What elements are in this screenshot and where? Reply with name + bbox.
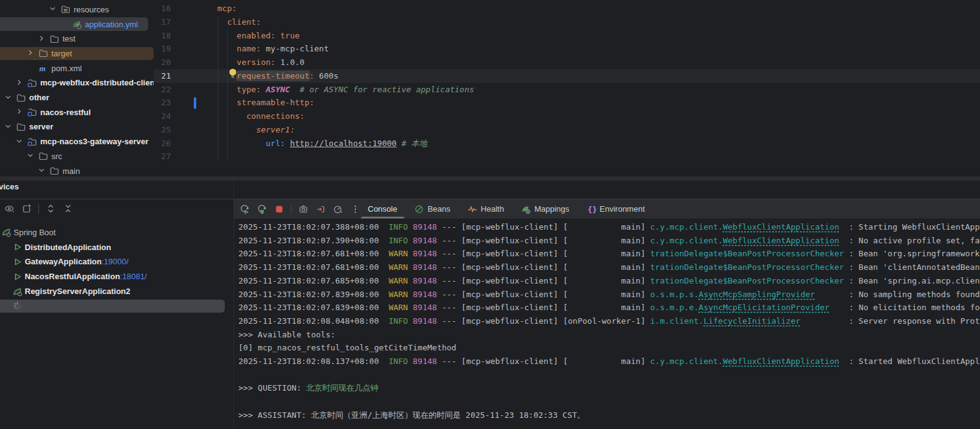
tree-row[interactable]: resources: [0, 2, 154, 17]
expand-all-button[interactable]: [45, 203, 56, 214]
log-token: --- [mcp-webflux-client] [ main]: [437, 276, 650, 285]
chevron-down-icon[interactable]: [37, 166, 47, 176]
log-token: [408, 290, 413, 299]
service-row[interactable]: NacosRestfulApplication :18081/: [0, 269, 234, 284]
code-token: my-mcp-client: [261, 44, 329, 53]
log-token: 北京时间现在几点钟: [306, 383, 379, 392]
logger-class-link[interactable]: AsyncMcpSamplingProvider: [699, 290, 815, 299]
code-line[interactable]: mcp:: [217, 2, 236, 15]
horizontal-splitter[interactable]: [0, 176, 980, 181]
service-row[interactable]: GatewayApplication :19000/: [0, 254, 234, 269]
service-port-link[interactable]: :19000/: [102, 257, 128, 266]
tree-row[interactable]: target: [0, 46, 154, 61]
chevron-down-icon[interactable]: [26, 151, 36, 161]
console-panel: ConsoleBeansHealthMappings{}Environment …: [234, 181, 980, 429]
tree-item-label: mcp-webflux-distributed-clien: [40, 78, 154, 87]
code-line[interactable]: enabled: true: [217, 29, 300, 43]
logger-class-link[interactable]: AsyncMcpElicitationProvider: [699, 303, 830, 312]
logger-class-link[interactable]: LifecycleInitializer: [703, 316, 800, 326]
folder-icon: [38, 48, 48, 58]
chevron-down-icon[interactable]: [4, 122, 14, 132]
service-row[interactable]: WebfluxClientApplication: [0, 299, 234, 314]
gutter-line-number: 20: [154, 56, 171, 69]
detach-button[interactable]: [315, 204, 326, 215]
log-line: 2025-11-23T18:02:07.685+08:00 WARN 89148…: [238, 274, 980, 288]
log-token: Starting WebfluxClientApplication using …: [859, 222, 980, 232]
tab-health[interactable]: Health: [467, 199, 505, 219]
tree-row[interactable]: mpom.xml: [0, 61, 154, 76]
chevron-right-icon[interactable]: [15, 78, 25, 88]
tree-row[interactable]: src: [0, 149, 154, 164]
chevron-down-icon[interactable]: [4, 93, 14, 103]
service-label: NacosRestfulApplication: [25, 272, 120, 281]
logger-class-link[interactable]: WebfluxClientApplication: [723, 236, 839, 245]
log-token: :: [844, 249, 858, 258]
gutter-line-number: 23: [154, 96, 171, 110]
tree-row[interactable]: nacos-restful: [0, 105, 154, 119]
tree-row[interactable]: server: [0, 119, 154, 134]
eye-button[interactable]: [4, 203, 15, 214]
chevron-right-icon[interactable]: [37, 34, 47, 44]
tab-console[interactable]: Console: [368, 199, 397, 219]
tab-mappings[interactable]: Mappings: [521, 199, 569, 219]
tree-row[interactable]: test: [0, 32, 154, 46]
more-button[interactable]: [350, 204, 361, 215]
url-link[interactable]: http://localhost:19000: [290, 139, 396, 148]
tree-row[interactable]: application.yml: [0, 17, 154, 32]
open-new-tab-button[interactable]: [21, 203, 32, 214]
chevron-right-icon[interactable]: [15, 107, 25, 117]
log-token: Server response with Protocol: 2025: [859, 316, 980, 326]
stop-icon: [274, 204, 284, 214]
code-line[interactable]: type: ASYNC # or ASYNC for reactive appl…: [217, 83, 474, 97]
tree-item-label: src: [51, 152, 62, 161]
logger-class-link[interactable]: WebfluxClientApplication: [723, 222, 839, 232]
log-token: --- [mcp-webflux-client] [ main]: [437, 249, 650, 258]
ide-window: resourcesapplication.ymltesttargetmpom.x…: [0, 0, 980, 429]
service-port-link[interactable]: :18081/: [120, 272, 147, 281]
stop-button[interactable]: [274, 204, 285, 215]
rerun-button[interactable]: [239, 204, 250, 215]
intention-bulb-icon[interactable]: [228, 68, 237, 80]
chevron-down-icon[interactable]: [15, 137, 25, 147]
chevron-right-icon[interactable]: [26, 48, 36, 58]
log-token: [379, 249, 389, 258]
spring-boot-icon: [12, 287, 22, 297]
log-token: No elicitation methods found in model: [859, 303, 980, 312]
service-row[interactable]: RegistryServerApplication2: [0, 284, 234, 299]
rerun-debug-icon: [257, 204, 267, 214]
service-row[interactable]: DistributedApplication: [0, 240, 234, 254]
tab-label: Console: [368, 204, 397, 214]
code-line[interactable]: url: http://localhost:19000 # 本地: [217, 137, 427, 150]
service-row[interactable]: Spring Boot: [0, 225, 234, 240]
tree-row[interactable]: main: [0, 163, 154, 176]
gutter-line-number: 17: [154, 15, 171, 29]
chevron-down-icon[interactable]: [48, 4, 58, 14]
gutter-line-number: 25: [154, 123, 171, 137]
thread-dump-button[interactable]: [298, 204, 309, 215]
code-line[interactable]: server1:: [217, 123, 295, 137]
log-token: 89148: [413, 357, 437, 366]
tree-item-label: main: [63, 167, 80, 176]
logger-class-link[interactable]: WebfluxClientApplication: [723, 357, 839, 366]
editor[interactable]: mcp: client: enabled: true name: my-mcp-…: [154, 0, 980, 176]
tab-beans[interactable]: Beans: [414, 199, 451, 219]
code-line[interactable]: client:: [217, 15, 261, 29]
code-line[interactable]: streamable-http:: [217, 96, 314, 110]
tree-row[interactable]: other: [0, 90, 154, 105]
collapse-all-button[interactable]: [63, 203, 74, 214]
log-token: 89148: [413, 290, 437, 299]
code-line[interactable]: version: 1.0.0: [217, 56, 305, 69]
log-token: WARN: [389, 262, 408, 272]
log-token: --- [mcp-webflux-client] [ main]: [437, 290, 650, 299]
code-line[interactable]: connections:: [217, 110, 305, 123]
rerun-debug-button[interactable]: [256, 204, 267, 215]
tree-row[interactable]: mcp-webflux-distributed-clien: [0, 76, 154, 90]
code-token: server1:: [256, 125, 295, 134]
log-line: 2025-11-23T18:02:07.388+08:00 INFO 89148…: [238, 220, 980, 234]
code-line[interactable]: name: my-mcp-client: [217, 42, 329, 56]
tree-row[interactable]: mcp-nacos3-gateway-server: [0, 134, 154, 149]
log-token: [408, 357, 413, 366]
profiler-button[interactable]: [332, 204, 344, 215]
code-token: [217, 125, 256, 134]
tab-environment[interactable]: {}Environment: [586, 199, 645, 219]
